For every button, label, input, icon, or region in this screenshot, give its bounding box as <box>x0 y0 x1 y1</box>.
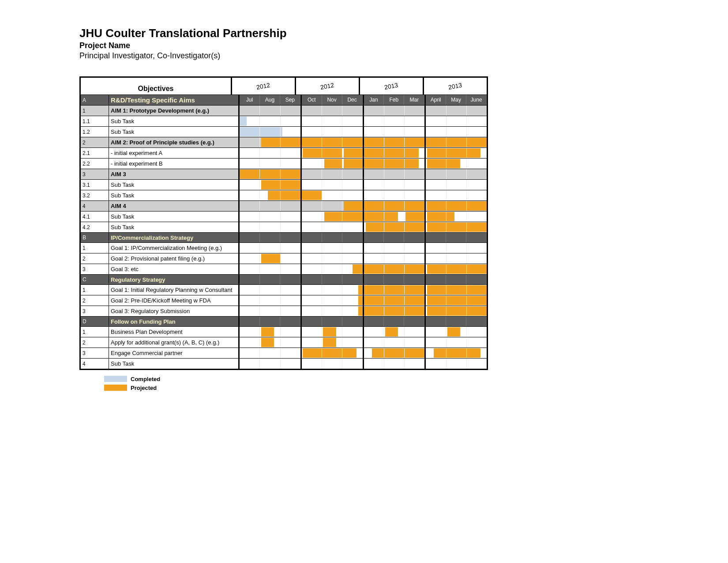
timeline-cell <box>260 212 280 222</box>
timeline-cell <box>364 201 384 211</box>
timeline-cell <box>426 337 446 348</box>
gantt-bar <box>342 348 356 358</box>
gantt-bar <box>385 327 398 336</box>
timeline-cell <box>342 295 362 306</box>
timeline-cell <box>384 137 405 147</box>
timeline-cell <box>322 180 342 190</box>
gantt-bar <box>323 327 336 336</box>
timeline-cell <box>384 337 405 348</box>
month-label: Dec <box>342 95 363 105</box>
timeline-cell <box>405 359 424 369</box>
gantt-bar <box>405 306 424 316</box>
timeline-cell <box>467 243 487 253</box>
timeline-cell <box>405 222 424 232</box>
timeline-cell <box>260 222 280 232</box>
timeline-cell <box>302 127 322 137</box>
aim-row: 3AIM 3 <box>81 169 487 180</box>
timeline-cell <box>447 253 467 264</box>
timeline-cell <box>342 327 362 337</box>
timeline-cell <box>405 337 424 348</box>
gantt-bar <box>447 201 466 211</box>
gantt-bar <box>405 159 419 168</box>
timeline-cell <box>322 243 342 253</box>
task-row: 3.2Sub Task <box>81 190 487 201</box>
row-id: 1.2 <box>81 127 109 137</box>
timeline-cell <box>302 327 322 337</box>
task-row: 2.2 - initial experiment B <box>81 159 487 169</box>
timeline-cell <box>446 275 466 284</box>
timeline-cell <box>467 201 487 211</box>
timeline-cell <box>240 212 260 222</box>
gantt-bar <box>364 212 384 221</box>
timeline-cell <box>302 190 322 200</box>
legend-label-projected: Projected <box>131 385 157 391</box>
timeline-cell <box>426 159 446 169</box>
timeline-cell <box>447 243 467 253</box>
timeline-cell <box>467 359 487 369</box>
objectives-header: Objectives <box>81 78 232 94</box>
row-id: 1 <box>81 285 109 295</box>
gantt-bar <box>384 348 404 358</box>
gantt-bar <box>364 138 384 147</box>
gantt-bar <box>467 306 487 316</box>
timeline-cell <box>260 106 280 116</box>
timeline-cell <box>466 275 487 284</box>
row-id: 1.1 <box>81 116 109 126</box>
timeline-cell <box>467 222 487 232</box>
timeline-cell <box>364 137 384 147</box>
timeline-cell <box>240 275 260 284</box>
timeline-cell <box>342 285 362 295</box>
timeline-cell <box>322 275 342 284</box>
timeline-cell <box>364 295 384 306</box>
timeline-cell <box>302 285 322 295</box>
timeline-cell <box>426 222 446 232</box>
timeline-cell <box>240 348 260 358</box>
timeline-cell <box>322 159 342 169</box>
gantt-bar <box>405 212 424 221</box>
gantt-bar <box>427 212 446 221</box>
row-label: Goal 1: IP/Commercialization Meeting (e.… <box>109 243 240 253</box>
timeline-cell <box>384 212 405 222</box>
timeline-cell <box>280 317 300 326</box>
gantt-bar <box>323 338 336 347</box>
timeline-cell <box>446 317 466 326</box>
timeline-cell <box>302 253 322 264</box>
timeline-cell <box>302 148 322 158</box>
timeline-cell <box>467 295 487 306</box>
gantt-bar <box>261 180 280 189</box>
timeline-cell <box>302 212 322 222</box>
section-id: C <box>81 275 109 284</box>
timeline-cell <box>364 148 384 158</box>
timeline-cell <box>447 190 467 200</box>
timeline-cell <box>302 243 322 253</box>
gantt-bar <box>447 138 466 147</box>
row-id: 3 <box>81 306 109 316</box>
timeline-cell <box>364 337 384 348</box>
gantt-bar <box>364 285 384 295</box>
gantt-bar <box>344 201 363 211</box>
row-label: - initial experiment B <box>109 159 240 169</box>
gantt-bar <box>302 191 322 200</box>
gantt-bar <box>405 201 424 211</box>
gantt-bar <box>384 223 404 232</box>
timeline-cell <box>342 233 363 242</box>
row-label: AIM 2: Proof of Principle studies (e.g.) <box>109 137 240 147</box>
gantt-bar <box>358 306 362 316</box>
timeline-cell <box>405 295 424 306</box>
task-row: 3Engage Commercial partner <box>81 348 487 359</box>
gantt-bar <box>384 201 404 211</box>
timeline-cell <box>322 106 342 116</box>
timeline-cell <box>404 317 424 326</box>
timeline-cell <box>281 243 300 253</box>
gantt-bar <box>467 285 487 295</box>
timeline-cell <box>384 295 405 306</box>
timeline-cell <box>426 243 446 253</box>
gantt-bar <box>281 191 300 200</box>
gantt-bar <box>261 327 274 336</box>
gantt-bar <box>447 296 466 305</box>
row-id: 3 <box>81 169 109 179</box>
timeline-cell <box>322 348 342 358</box>
gantt-bar <box>384 285 404 295</box>
timeline-cell <box>281 306 300 316</box>
timeline-cell <box>260 253 280 264</box>
